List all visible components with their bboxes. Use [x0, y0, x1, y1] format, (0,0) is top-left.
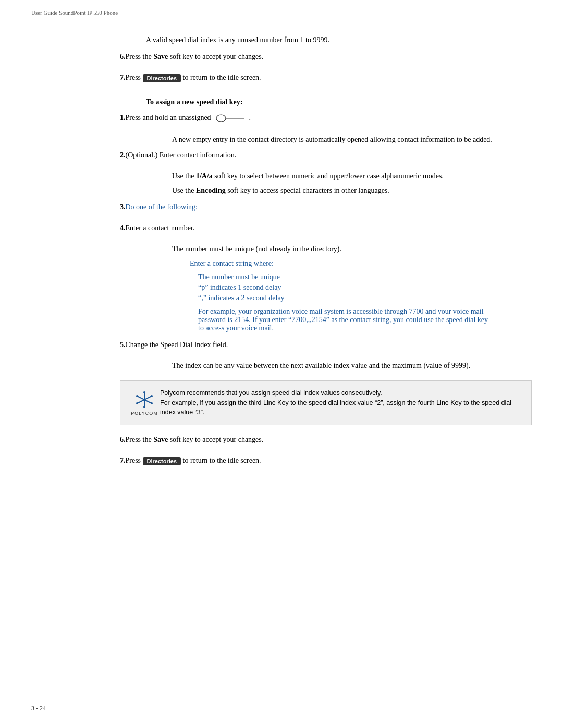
step1-subtext: A new empty entry in the contact directo…: [172, 135, 532, 144]
intro-text: A valid speed dial index is any unused n…: [146, 36, 532, 44]
step7-top-pre: Press: [126, 73, 143, 81]
step2-bold-a: 1/A/a: [196, 172, 213, 180]
note-icon-container: POLYCOM: [129, 388, 160, 416]
page-content: A valid speed dial index is any unused n…: [0, 20, 563, 509]
assign-step-3: 3. Do one of the following:: [31, 203, 532, 217]
svg-point-6: [143, 406, 145, 408]
step6-bot-post: soft key to accept your changes.: [168, 436, 263, 443]
note-line-2: For example, if you assign the third Lin…: [160, 399, 511, 416]
step6-bot-pre: Press the: [126, 436, 154, 443]
step3-blue-text: Do one of the following:: [126, 203, 198, 211]
blue-list-item-2: “p” indicates 1 second delay: [198, 283, 532, 292]
polycom-logo-icon: [135, 390, 154, 409]
valid-index-text: A valid speed dial index is any unused n…: [146, 36, 329, 44]
assign-step-3-content: Do one of the following:: [126, 203, 532, 217]
polycom-label: POLYCOM: [131, 411, 157, 416]
assign-step-4: 4. Enter a contact number.: [31, 224, 532, 238]
blue-list-item-3: “,” indicates a 2 second delay: [198, 294, 532, 302]
assign-step-1-content: Press and hold an unassigned .: [126, 114, 532, 128]
page-header: User Guide SoundPoint IP 550 Phone: [0, 0, 563, 20]
line-key-icon: [216, 114, 247, 123]
note-content: Polycom recommends that you assign speed…: [160, 388, 523, 417]
step-number-7-top: 7.: [31, 73, 126, 88]
step6-top-bold: Save: [153, 53, 168, 60]
step-7-top: 7. Press Directories to return to the id…: [31, 73, 532, 88]
assign-step-number-5: 5.: [31, 341, 126, 354]
blue-list: The number must be unique “p” indicates …: [198, 273, 532, 302]
note-line-1: Polycom recommends that you assign speed…: [160, 389, 382, 397]
step-7-bottom: 7. Press Directories to return to the id…: [31, 456, 532, 471]
assign-step-number-3: 3.: [31, 203, 126, 217]
step5-subtext: The index can be any value between the n…: [172, 362, 532, 370]
blue-para-text: For example, your organization voice mai…: [198, 307, 490, 332]
page-footer: 3 - 24: [31, 705, 46, 712]
assign-step-5-content: Change the Speed Dial Index field.: [126, 341, 532, 354]
note-box: POLYCOM Polycom recommends that you assi…: [120, 380, 532, 425]
svg-point-0: [216, 115, 226, 122]
step1-text: Press and hold an unassigned: [126, 114, 211, 121]
em-dash: —: [172, 260, 190, 268]
step-number-7-bottom: 7.: [31, 456, 126, 471]
step4-text: Enter a contact number.: [126, 224, 195, 232]
step6-top-pre: Press the: [126, 53, 154, 60]
assign-step-number-1: 1.: [31, 114, 126, 128]
assign-step-number-4: 4.: [31, 224, 126, 238]
em-dash-row: — Enter a contact string where:: [172, 260, 532, 268]
step2-subtext-a: Use the 1/A/a soft key to select between…: [172, 172, 532, 180]
blue-paragraph: For example, your organization voice mai…: [198, 307, 490, 332]
step6-top-post: soft key to accept your changes.: [168, 53, 263, 60]
directories-button-top[interactable]: Directories: [143, 74, 181, 82]
assign-step-4-content: Enter a contact number.: [126, 224, 532, 238]
step-7-bottom-content: Press Directories to return to the idle …: [126, 456, 532, 471]
step7-bot-pre: Press: [126, 456, 143, 464]
blue-list-item-1: The number must be unique: [198, 273, 532, 281]
step5-text: Change the Speed Dial Index field.: [126, 341, 228, 349]
step-6-top: 6. Press the Save soft key to accept you…: [31, 53, 532, 66]
assign-step-2-content: (Optional.) Enter contact information.: [126, 151, 532, 165]
step7-bot-post: to return to the idle screen.: [183, 456, 261, 464]
svg-point-7: [136, 395, 138, 397]
step2-subtext-b: Use the Encoding soft key to access spec…: [172, 187, 532, 195]
step-6-bottom-content: Press the Save soft key to accept your c…: [126, 436, 532, 449]
contact-string-link: Enter a contact string where:: [190, 260, 274, 268]
step4-subtext: The number must be unique (not already i…: [172, 245, 532, 253]
step-6-top-content: Press the Save soft key to accept your c…: [126, 53, 532, 66]
svg-point-8: [151, 402, 153, 404]
svg-point-5: [143, 391, 145, 393]
assign-step-number-2: 2.: [31, 151, 126, 165]
header-text: User Guide SoundPoint IP 550 Phone: [31, 9, 118, 16]
step7-top-post: to return to the idle screen.: [183, 73, 261, 81]
step2-text: (Optional.) Enter contact information.: [126, 151, 237, 159]
step6-bot-bold: Save: [153, 436, 168, 443]
directories-button-bottom[interactable]: Directories: [143, 457, 181, 465]
assign-step-5: 5. Change the Speed Dial Index field.: [31, 341, 532, 354]
step-number-6-bottom: 6.: [31, 436, 126, 449]
svg-point-9: [136, 402, 138, 404]
assign-heading: To assign a new speed dial key:: [146, 98, 532, 106]
assign-step-2: 2. (Optional.) Enter contact information…: [31, 151, 532, 165]
step-number-6-top: 6.: [31, 53, 126, 66]
step2-bold-b: Encoding: [196, 187, 226, 194]
page-number: 3 - 24: [31, 705, 46, 712]
assign-step-1: 1. Press and hold an unassigned .: [31, 114, 532, 128]
step-7-top-content: Press Directories to return to the idle …: [126, 73, 532, 88]
step-6-bottom: 6. Press the Save soft key to accept you…: [31, 436, 532, 449]
svg-point-10: [151, 395, 153, 397]
